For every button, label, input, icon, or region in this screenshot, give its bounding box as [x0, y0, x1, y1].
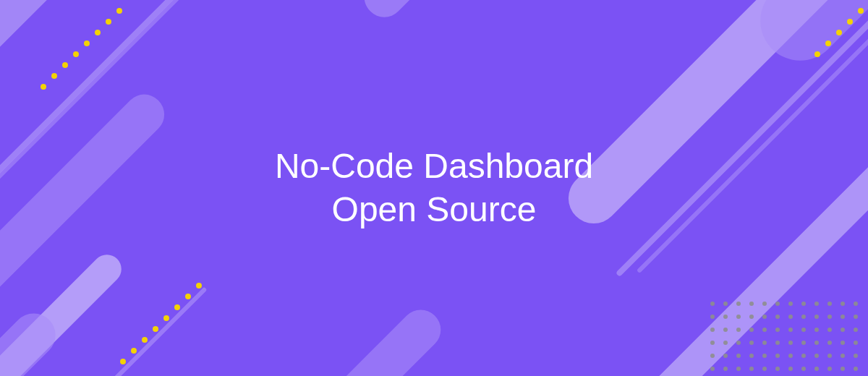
hero-title: No-Code Dashboard Open Source — [275, 145, 593, 231]
